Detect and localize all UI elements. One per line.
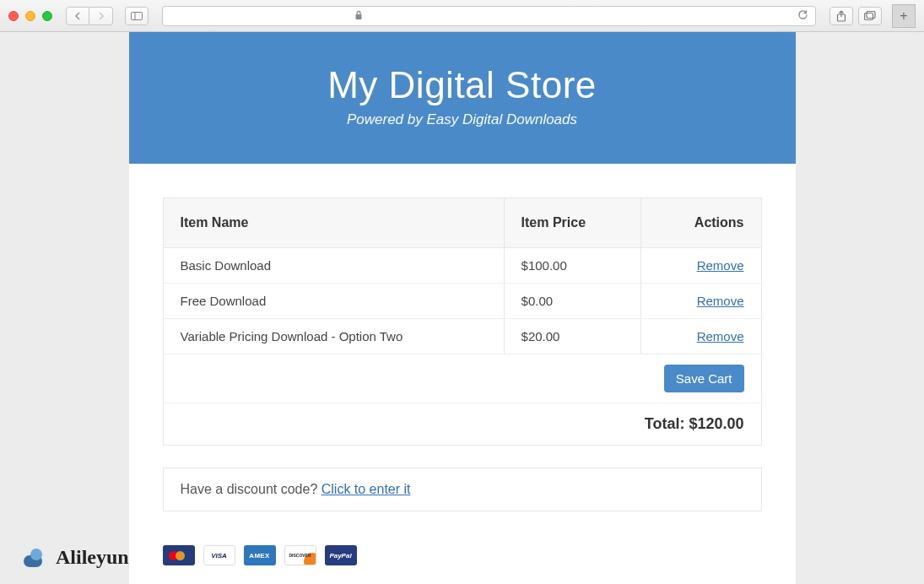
visa-icon: VISA: [203, 545, 235, 565]
back-button[interactable]: [66, 7, 89, 25]
tabs-overview-button[interactable]: [858, 7, 882, 25]
remove-item-link[interactable]: Remove: [697, 258, 744, 273]
discount-prompt: Have a discount code?: [181, 482, 322, 496]
discover-icon: DISCOVER: [284, 545, 316, 565]
forward-button[interactable]: [89, 7, 113, 25]
hero: My Digital Store Powered by Easy Digital…: [129, 32, 796, 164]
reload-button[interactable]: [797, 9, 808, 23]
nav-back-forward: [66, 7, 113, 25]
svg-rect-0: [132, 12, 143, 19]
maximize-window-button[interactable]: [42, 11, 52, 21]
cart-item-name: Free Download: [164, 284, 505, 319]
watermark: Alileyun: [20, 546, 129, 569]
page-viewport: My Digital Store Powered by Easy Digital…: [0, 32, 924, 584]
remove-item-link[interactable]: Remove: [697, 294, 744, 308]
cloud-icon: [20, 549, 49, 567]
paypal-icon: PayPal: [325, 545, 357, 565]
site-tagline: Powered by Easy Digital Downloads: [146, 111, 779, 128]
remove-item-link[interactable]: Remove: [697, 329, 744, 343]
table-row: Variable Pricing Download - Option Two $…: [164, 319, 761, 354]
lock-icon: [354, 10, 363, 22]
svg-rect-5: [867, 11, 875, 18]
watermark-text: Alileyun: [56, 546, 129, 569]
cart-item-price: $100.00: [504, 248, 641, 284]
browser-chrome: +: [0, 0, 924, 32]
url-bar[interactable]: [162, 6, 816, 26]
cart-box: Item Name Item Price Actions Basic Downl…: [163, 197, 762, 446]
col-header-item-name: Item Name: [164, 198, 505, 248]
mastercard-icon: [163, 545, 195, 565]
save-cart-button[interactable]: Save Cart: [664, 365, 744, 392]
cart-item-name: Basic Download: [164, 248, 505, 284]
save-cart-row: Save Cart: [164, 354, 761, 403]
close-window-button[interactable]: [8, 11, 19, 21]
amex-icon: AMEX: [244, 545, 276, 565]
share-button[interactable]: [829, 7, 853, 25]
discount-box: Have a discount code? Click to enter it: [163, 468, 762, 511]
minimize-window-button[interactable]: [25, 11, 35, 21]
cart-total: Total: $120.00: [164, 403, 761, 445]
page-content: My Digital Store Powered by Easy Digital…: [129, 32, 796, 584]
cart-item-name: Variable Pricing Download - Option Two: [164, 319, 505, 354]
col-header-item-price: Item Price: [504, 198, 641, 248]
window-traffic-lights: [8, 11, 52, 21]
new-tab-button[interactable]: +: [892, 4, 916, 28]
cart-table: Item Name Item Price Actions Basic Downl…: [164, 198, 761, 403]
svg-rect-2: [355, 14, 361, 19]
col-header-actions: Actions: [641, 198, 761, 248]
sidebar-toggle-button[interactable]: [125, 7, 149, 25]
cart-item-price: $20.00: [504, 319, 641, 354]
discount-enter-link[interactable]: Click to enter it: [322, 482, 411, 496]
table-row: Free Download $0.00 Remove: [164, 284, 761, 319]
toolbar-right: [829, 7, 882, 25]
payment-card-icons: VISA AMEX DISCOVER PayPal: [163, 545, 762, 565]
table-row: Basic Download $100.00 Remove: [164, 248, 761, 284]
svg-rect-4: [865, 13, 873, 19]
cart-item-price: $0.00: [504, 284, 641, 319]
site-title: My Digital Store: [146, 64, 779, 106]
